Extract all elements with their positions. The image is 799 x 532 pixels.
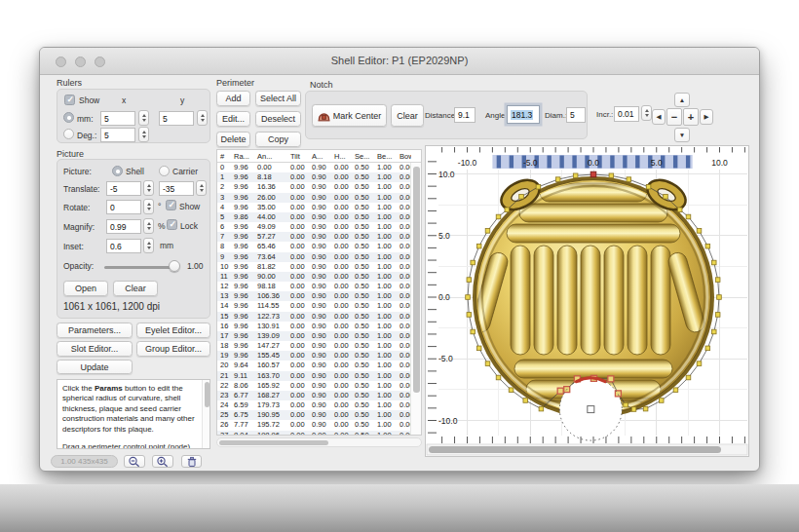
table-row[interactable]: 179.96139.090.000.900.000.501.000.00 (217, 331, 410, 341)
perimeter-node[interactable] (715, 313, 720, 318)
translate-x-stepper[interactable] (143, 180, 154, 196)
ruler-y-field[interactable]: 5 (159, 111, 194, 126)
perimeter-node[interactable] (673, 388, 678, 393)
perimeter-node[interactable] (643, 406, 648, 411)
table-row[interactable]: 99.9673.640.000.900.000.501.000.00 (217, 252, 410, 262)
table-row[interactable]: 79.9657.270.000.900.000.501.000.00 (217, 232, 410, 242)
perimeter-node[interactable] (697, 229, 702, 234)
table-horizontal-scrollbar[interactable] (216, 437, 422, 447)
perimeter-node[interactable] (646, 184, 651, 189)
perimeter-node[interactable] (686, 375, 691, 380)
select-all-button[interactable]: Select All (255, 91, 301, 106)
ruler-x-field[interactable]: 5 (100, 111, 135, 126)
perimeter-node[interactable] (664, 194, 668, 199)
nudge-down-button[interactable]: ▼ (674, 128, 690, 142)
table-row[interactable]: 267.77195.720.000.900.000.501.000.00 (217, 420, 410, 430)
notch-clear-button[interactable]: Clear (391, 104, 424, 127)
picture-clear-button[interactable]: Clear (113, 281, 158, 296)
table-row[interactable]: 228.06165.920.000.900.000.501.000.00 (217, 381, 410, 391)
deg-stepper[interactable] (138, 127, 149, 142)
column-header[interactable]: Ra... (231, 150, 254, 162)
table-row[interactable]: 69.9649.090.000.900.000.501.000.00 (217, 222, 410, 232)
table-row[interactable]: 256.75190.950.000.900.000.501.000.00 (217, 410, 410, 420)
perimeter-node[interactable] (496, 375, 501, 380)
perimeter-node-selected[interactable] (608, 376, 614, 382)
rotate-field[interactable]: 0 (106, 200, 141, 214)
incr-stepper[interactable] (641, 105, 652, 121)
perimeter-node[interactable] (711, 329, 716, 334)
open-button[interactable]: Open (63, 281, 108, 296)
perimeter-node[interactable] (496, 214, 501, 219)
column-header[interactable]: Tilt (287, 150, 309, 162)
perimeter-node[interactable] (609, 173, 614, 178)
perimeter-node[interactable] (555, 177, 560, 182)
table-row[interactable]: 59.8644.000.000.900.000.501.000.00 (217, 212, 410, 222)
translate-y-stepper[interactable] (196, 180, 207, 196)
table-row[interactable]: 149.96114.550.000.900.000.501.000.00 (217, 301, 410, 311)
perimeter-node[interactable] (705, 244, 710, 248)
table-row[interactable]: 199.96155.450.000.900.000.501.000.00 (217, 351, 410, 361)
perimeter-node[interactable] (471, 329, 476, 334)
magnify-stepper[interactable] (143, 218, 154, 234)
table-row[interactable]: 29.9616.360.000.900.000.501.000.00 (217, 182, 410, 192)
delete-trash-button[interactable] (181, 455, 202, 468)
perimeter-node[interactable] (539, 406, 544, 411)
help-scrollbar[interactable] (202, 380, 209, 448)
notch-center-handle[interactable] (588, 406, 594, 413)
carrier-radio[interactable] (159, 166, 170, 176)
column-header[interactable]: H... (331, 150, 352, 162)
perimeter-node[interactable] (705, 346, 710, 351)
column-header[interactable]: Bow (397, 150, 411, 162)
table-row[interactable]: 169.96130.910.000.900.000.501.000.00 (217, 322, 410, 331)
shell-canvas[interactable]: -10.0-5.00.05.010.010.05.00.0-5.0-10.0 (425, 145, 749, 457)
group-editor-button[interactable]: Group Editor... (136, 341, 210, 357)
nudge-up-button[interactable]: ▲ (674, 93, 690, 107)
perimeter-node[interactable] (715, 278, 720, 283)
angle-field[interactable]: 181.3 (507, 105, 540, 124)
table-row[interactable]: 119.9690.000.000.900.000.501.000.00 (217, 272, 410, 282)
perimeter-node[interactable] (466, 295, 471, 300)
opacity-slider-knob[interactable] (169, 260, 180, 272)
titlebar[interactable]: Shell Editor: P1 (EP2029NP) (40, 48, 759, 75)
table-row[interactable]: 39.9626.000.000.900.000.501.000.00 (217, 193, 410, 203)
nudge-left-button[interactable]: ◀ (652, 109, 666, 125)
table-row[interactable]: 278.04198.960.000.900.000.501.000.00 (217, 431, 410, 435)
table-row[interactable]: 139.96106.360.000.900.000.501.000.00 (217, 291, 410, 301)
delete-button[interactable]: Delete (216, 132, 250, 147)
distance-field[interactable]: 9.1 (454, 107, 476, 123)
edit-button[interactable]: Edit... (216, 111, 250, 127)
copy-button[interactable]: Copy (255, 132, 301, 147)
perimeter-node[interactable] (485, 361, 490, 366)
table-row[interactable]: 159.96122.730.000.900.000.501.000.00 (217, 312, 410, 322)
deselect-button[interactable]: Deselect (255, 111, 301, 127)
perimeter-node-current[interactable] (590, 171, 596, 177)
mm-radio[interactable] (63, 112, 74, 123)
deg-radio[interactable] (63, 129, 74, 139)
column-header[interactable]: Se... (352, 150, 374, 162)
magnify-field[interactable]: 0.99 (106, 219, 141, 234)
table-row[interactable]: 246.59179.730.000.900.000.501.000.00 (217, 400, 410, 410)
column-header[interactable]: An... (254, 150, 287, 162)
perimeter-node[interactable] (485, 229, 490, 234)
table-row[interactable]: 219.11163.700.000.900.000.501.000.00 (217, 371, 410, 381)
table-row[interactable]: 236.77168.270.000.900.000.501.000.00 (217, 391, 410, 400)
perimeter-table[interactable]: #Ra...An...TiltA...H...Se...Be...Bow 09.… (216, 149, 422, 436)
perimeter-node-selected[interactable] (557, 388, 563, 394)
table-row[interactable]: 109.9681.820.000.900.000.501.000.00 (217, 262, 410, 272)
perimeter-node[interactable] (717, 295, 722, 300)
perimeter-node[interactable] (536, 184, 541, 189)
update-button[interactable]: Update (57, 360, 133, 374)
perimeter-node[interactable] (686, 214, 691, 219)
deg-field[interactable]: 5 (100, 128, 135, 142)
perimeter-node[interactable] (519, 194, 524, 199)
rotate-show-checkbox[interactable] (166, 200, 176, 210)
perimeter-node[interactable] (711, 260, 716, 265)
perimeter-node[interactable] (573, 173, 578, 178)
ruler-y-stepper[interactable] (197, 110, 208, 126)
opacity-slider-track[interactable] (104, 266, 176, 269)
ruler-x-stepper[interactable] (138, 110, 149, 126)
column-header[interactable]: A... (309, 150, 331, 162)
shell-radio[interactable] (112, 166, 123, 176)
increment-button[interactable]: + (683, 108, 699, 126)
table-row[interactable]: 49.9635.000.000.900.000.501.000.00 (217, 203, 410, 212)
